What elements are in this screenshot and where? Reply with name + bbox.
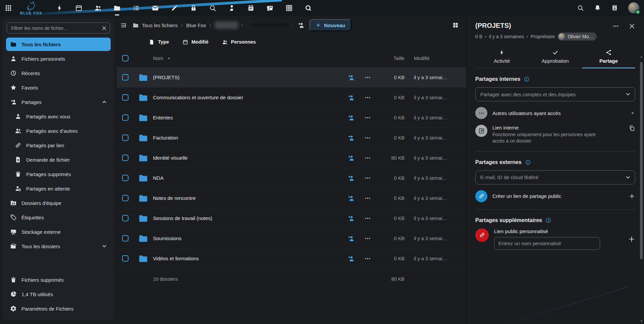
row-checkbox[interactable]	[122, 175, 128, 181]
file-row[interactable]: Notes de rencontre 0 KB il y a 3 semai…	[117, 188, 466, 208]
app-icon[interactable]	[113, 4, 121, 12]
share-icon[interactable]	[347, 134, 355, 142]
breadcrumb-item[interactable]: ›	[238, 21, 292, 29]
file-row[interactable]: Ententes 0 KB il y a 3 semai…	[117, 108, 466, 128]
sidebar-item-favoris[interactable]: Favoris	[6, 81, 111, 94]
sidebar-item-partages-avec-d-autres[interactable]: Partagés avec d’autres	[6, 124, 111, 138]
row-actions-icon[interactable]	[364, 94, 371, 101]
row-actions-icon[interactable]	[364, 175, 371, 181]
filter-chip-modifie[interactable]: Modifié	[182, 39, 209, 45]
row-actions-icon[interactable]	[364, 195, 371, 202]
breadcrumb-item[interactable]: › Tous les fichiers	[132, 22, 178, 29]
share-icon[interactable]	[347, 235, 355, 242]
row-checkbox[interactable]	[122, 195, 128, 201]
panel-close-icon[interactable]	[629, 23, 635, 30]
share-icon[interactable]	[347, 114, 355, 121]
row-checkbox[interactable]	[122, 155, 128, 161]
share-icon[interactable]	[347, 154, 355, 162]
chevron-icon[interactable]	[101, 243, 107, 249]
row-checkbox[interactable]	[122, 255, 128, 262]
share-icon[interactable]	[347, 215, 355, 222]
tab-approbation[interactable]: Approbation	[529, 46, 582, 68]
share-icon[interactable]	[347, 94, 355, 101]
sidebar-item-partages-avec-vous[interactable]: Partagés avec vous	[6, 110, 111, 123]
file-row[interactable]: (PROJETS) 0 KB il y a 3 semai…	[117, 67, 466, 88]
copy-link-icon[interactable]	[629, 125, 635, 131]
app-icon[interactable]	[170, 4, 178, 12]
share-icon[interactable]	[347, 74, 355, 81]
logo[interactable]: BLUE FOX	[20, 1, 42, 15]
internal-share-input[interactable]	[475, 87, 635, 101]
column-header-size[interactable]: Taille	[377, 56, 409, 61]
owner-pill[interactable]: Olivier Mo…	[557, 33, 597, 41]
grid-view-toggle-icon[interactable]	[452, 22, 459, 29]
sidebar-item-tous-les-dossiers[interactable]: Tous les dossiers	[6, 239, 111, 253]
row-checkbox[interactable]	[122, 235, 128, 241]
unified-search-icon[interactable]	[577, 4, 584, 11]
create-public-link-row[interactable]: Créer un lien de partage public	[475, 190, 635, 202]
share-icon[interactable]	[347, 174, 355, 182]
tab-partage[interactable]: Partage	[582, 46, 635, 68]
add-public-link-icon[interactable]	[629, 193, 635, 200]
collapse-navigation-icon[interactable]	[120, 22, 127, 29]
share-icon[interactable]	[347, 195, 355, 202]
column-header-name[interactable]: Nom	[153, 56, 343, 61]
app-icon[interactable]	[266, 4, 274, 12]
notifications-bell-icon[interactable]	[594, 4, 601, 11]
shared-folder-icon[interactable]	[297, 21, 305, 29]
app-icon[interactable]	[56, 4, 64, 12]
chevron-down-icon[interactable]	[625, 174, 631, 180]
app-icon[interactable]	[132, 4, 140, 12]
file-row[interactable]: Identité visuelle 80 KB il y a 3 semai…	[117, 148, 466, 168]
sidebar-item-partages[interactable]: Partages	[6, 95, 111, 109]
sidebar-item-tous-les-fichiers[interactable]: Tous les fichiers	[6, 38, 111, 51]
external-share-input[interactable]	[475, 170, 635, 184]
info-icon[interactable]	[524, 76, 530, 82]
row-actions-icon[interactable]	[364, 134, 371, 141]
panel-actions-menu-icon[interactable]	[612, 23, 619, 30]
info-icon[interactable]	[545, 217, 551, 223]
sidebar-item-1-4-tb-utilises[interactable]: 1,4 TB utilisés	[6, 287, 111, 301]
app-icon[interactable]	[94, 4, 102, 12]
row-actions-icon[interactable]	[364, 215, 371, 222]
contacts-menu-icon[interactable]	[611, 4, 618, 11]
other-users-row[interactable]: Autres utilisateurs ayant accès	[475, 107, 635, 119]
app-icon[interactable]	[285, 4, 293, 12]
panel-scrollbar[interactable]: ▲ ▼	[639, 55, 644, 323]
file-row[interactable]: Communications et ouverture de dossier 0…	[117, 88, 466, 108]
app-icon[interactable]	[209, 4, 217, 12]
file-row[interactable]: NDA 0 KB il y a 3 semai…	[117, 168, 466, 188]
share-icon[interactable]	[347, 255, 355, 262]
sidebar-item-stockage-externe[interactable]: Stockage externe	[6, 225, 111, 238]
sidebar-item-demande-de-fichier[interactable]: Demande de fichier	[6, 153, 111, 166]
sidebar-item-parametres-de-fichiers[interactable]: Paramètres de Fichiers	[6, 302, 111, 315]
file-row[interactable]: Vidéos et formations 0 KB il y a 3 semai…	[117, 249, 466, 269]
filter-chip-type[interactable]: Type	[149, 39, 169, 45]
caret-down-icon[interactable]	[630, 110, 635, 116]
row-actions-icon[interactable]	[364, 114, 371, 121]
filename-filter-input[interactable]	[7, 22, 110, 34]
app-grid-icon[interactable]	[5, 4, 12, 12]
add-custom-link-icon[interactable]	[628, 235, 635, 243]
sidebar-item-dossiers-d-equipe[interactable]: Dossiers d'équipe	[6, 196, 111, 210]
app-icon[interactable]	[75, 4, 83, 12]
new-button[interactable]: Nouveau	[309, 19, 352, 31]
column-header-modified[interactable]: Modifié	[409, 56, 466, 61]
chevron-down-icon[interactable]	[625, 91, 631, 97]
sidebar-item-partages-supprimes[interactable]: Partages supprimés	[6, 167, 111, 181]
row-checkbox[interactable]	[122, 94, 128, 101]
scroll-up-arrow[interactable]: ▲	[639, 55, 644, 58]
select-all-checkbox[interactable]	[122, 55, 128, 61]
row-checkbox[interactable]	[122, 134, 128, 141]
sidebar-item-fichiers-personnels[interactable]: Fichiers personnels	[6, 52, 111, 65]
scroll-down-arrow[interactable]: ▼	[639, 320, 644, 323]
app-icon[interactable]	[304, 4, 312, 12]
chevron-icon[interactable]	[101, 99, 107, 105]
sidebar-item-etiquettes[interactable]: Étiquettes	[6, 211, 111, 224]
row-actions-icon[interactable]	[364, 155, 371, 161]
sidebar-item-recents[interactable]: Récents	[6, 66, 111, 80]
app-icon[interactable]	[247, 4, 255, 12]
file-row[interactable]: Soumissions 0 KB il y a 3 semai…	[117, 228, 466, 249]
app-icon[interactable]	[151, 4, 159, 12]
row-actions-icon[interactable]	[364, 235, 371, 242]
